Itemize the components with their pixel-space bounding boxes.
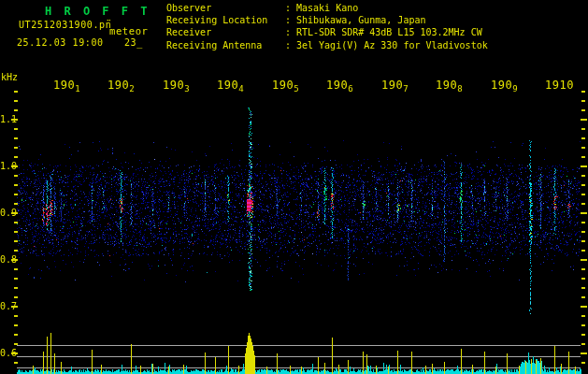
info-separator: : <box>285 14 296 26</box>
info-label: Receiving Location <box>166 14 285 26</box>
x-axis-time-label: 1905 <box>272 79 299 92</box>
info-row: Receiving Antenna:3el Yagi(V) Az 330 for… <box>166 39 488 51</box>
seconds-counter: 23_ <box>124 37 143 48</box>
info-value: Shibukawa, Gunma, Japan <box>296 14 425 26</box>
x-axis-time-label: 1904 <box>217 79 244 92</box>
y-axis-tick-label: 1.1 <box>0 114 17 124</box>
y-axis-tick-label: 0.8 <box>0 254 17 265</box>
info-value: RTL-SDR SDR# 43dB L15 103.2MHz CW <box>296 26 482 38</box>
y-axis-tick-label: 0.6 <box>0 348 17 358</box>
y-axis-unit-label: kHz <box>1 72 18 82</box>
x-axis-time-label: 1902 <box>108 79 135 92</box>
info-value: Masaki Kano <box>296 2 358 14</box>
hrofft-screen: H R O F F T UT2512031900.pn ¨ meteor 25.… <box>0 0 588 374</box>
observer-info-block: Observer:Masaki KanoReceiving Location:S… <box>166 2 488 51</box>
x-axis-time-label: 1907 <box>381 79 409 92</box>
meteor-label: meteor <box>109 25 149 36</box>
x-axis-time-label: 1910 <box>545 79 574 92</box>
info-label: Receiving Antenna <box>166 39 285 51</box>
x-axis-time-label: 1901 <box>53 79 80 92</box>
x-axis-time-label: 1909 <box>491 79 518 92</box>
y-axis-tick-label: 0.7 <box>0 301 17 311</box>
spectrogram-canvas <box>0 0 588 374</box>
y-axis-tick-label: 0.9 <box>0 208 17 218</box>
info-label: Observer <box>166 2 285 14</box>
output-filename: UT2512031900.pn <box>19 20 111 30</box>
info-separator: : <box>285 2 296 14</box>
info-row: Observer:Masaki Kano <box>166 2 488 14</box>
info-row: Receiver:RTL-SDR SDR# 43dB L15 103.2MHz … <box>166 26 488 38</box>
info-separator: : <box>285 26 296 38</box>
date-time-label: 25.12.03 19:00 <box>17 37 104 48</box>
y-axis-tick-label: 1.0 <box>0 161 17 171</box>
info-separator: : <box>285 39 296 51</box>
x-axis-time-label: 1903 <box>163 79 190 92</box>
x-axis-time-label: 1908 <box>436 79 463 92</box>
info-row: Receiving Location:Shibukawa, Gunma, Jap… <box>166 14 488 26</box>
x-axis-time-label: 1906 <box>326 79 353 92</box>
info-value: 3el Yagi(V) Az 330 for Vladivostok <box>296 39 488 51</box>
app-title: H R O F F T <box>45 5 150 18</box>
info-label: Receiver <box>166 26 285 38</box>
